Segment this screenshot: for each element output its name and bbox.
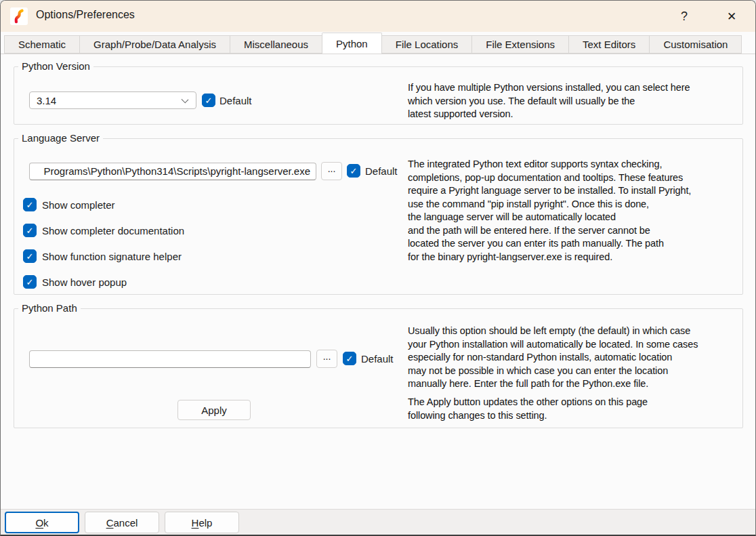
tab-file-locations[interactable]: File Locations (381, 35, 473, 54)
python-path-default-checkbox[interactable]: ✓ (343, 352, 356, 365)
show-completer-documentation-checkbox[interactable]: ✓ (23, 224, 37, 237)
check-icon: ✓ (205, 96, 213, 105)
version-default-label[interactable]: Default (219, 95, 252, 106)
show-function-signature-helper-label[interactable]: Show function signature helper (42, 251, 182, 262)
check-icon: ✓ (346, 354, 354, 363)
tab-text-editors[interactable]: Text Editors (568, 35, 650, 54)
tab-python[interactable]: Python (322, 33, 382, 54)
check-icon: ✓ (26, 278, 34, 287)
tab-miscellaneous[interactable]: Miscellaneous (230, 35, 322, 54)
help-button-mnemonic: H (192, 517, 199, 529)
title-bar: Options/Preferences ? ✕ (1, 1, 755, 32)
python-version-legend: Python Version (18, 60, 93, 72)
ok-button-rest: k (43, 517, 49, 529)
ok-button-mnemonic: O (35, 517, 43, 529)
show-hover-popup-label[interactable]: Show hover popup (42, 276, 127, 288)
language-server-default-checkbox[interactable]: ✓ (347, 164, 360, 178)
python-version-value: 3.14 (37, 95, 56, 106)
tab-file-extensions[interactable]: File Extensions (471, 35, 569, 54)
check-icon: ✓ (26, 226, 34, 235)
version-default-checkbox[interactable]: ✓ (202, 94, 215, 107)
tab-customisation[interactable]: Customisation (649, 35, 742, 54)
tab-schematic[interactable]: Schematic (4, 35, 80, 54)
help-titlebar-button[interactable]: ? (669, 1, 700, 32)
language-server-legend: Language Server (18, 132, 103, 144)
language-server-group: Language Server Programs\Python\Python31… (14, 138, 743, 295)
python-path-legend: Python Path (18, 302, 81, 314)
help-button-rest: elp (198, 517, 212, 529)
ok-button[interactable]: Ok (5, 512, 79, 533)
chevron-down-icon (182, 96, 189, 104)
close-icon[interactable]: ✕ (716, 1, 747, 32)
apply-button[interactable]: Apply (177, 400, 251, 420)
check-icon: ✓ (350, 167, 358, 176)
options-preferences-dialog: Options/Preferences ? ✕ Schematic Graph/… (0, 0, 756, 536)
python-path-apply-note: The Apply button updates the other optio… (408, 396, 648, 422)
python-version-description: If you have multiple Python versions ins… (408, 81, 690, 121)
show-completer-checkbox[interactable]: ✓ (23, 198, 37, 211)
language-server-default-label[interactable]: Default (365, 165, 398, 177)
python-path-browse-button[interactable]: ... (316, 350, 337, 368)
show-completer-documentation-label[interactable]: Show completer documentation (42, 225, 184, 236)
language-server-description: The integrated Python text editor suppor… (408, 158, 691, 264)
tab-bar: Schematic Graph/Probe/Data Analysis Misc… (4, 35, 742, 54)
python-path-description: Usually this option should be left empty… (408, 325, 698, 391)
cancel-button-mnemonic: C (106, 517, 114, 529)
tab-graph-probe-data-analysis[interactable]: Graph/Probe/Data Analysis (79, 35, 230, 54)
cancel-button-rest: ancel (113, 517, 138, 529)
app-logo-icon (10, 7, 28, 25)
show-completer-label[interactable]: Show completer (42, 199, 115, 211)
python-path-group: Python Path ... ✓ Default Apply Usually … (14, 308, 743, 428)
cancel-button[interactable]: Cancel (85, 512, 159, 533)
show-function-signature-helper-checkbox[interactable]: ✓ (23, 249, 37, 263)
python-path-input[interactable] (29, 350, 311, 368)
check-icon: ✓ (26, 201, 34, 209)
show-hover-popup-checkbox[interactable]: ✓ (23, 275, 37, 289)
dialog-button-bar: Ok Cancel Help (1, 509, 755, 536)
python-version-group: Python Version 3.14 ✓ Default If you hav… (14, 66, 743, 125)
window-title: Options/Preferences (36, 9, 135, 21)
simetrix-swoosh-icon (12, 9, 26, 24)
python-version-dropdown[interactable]: 3.14 (29, 91, 196, 109)
language-server-path-input[interactable]: Programs\Python\Python314\Scripts\pyrigh… (29, 163, 316, 180)
check-icon: ✓ (26, 252, 34, 261)
language-server-browse-button[interactable]: ... (321, 162, 342, 180)
python-path-default-label[interactable]: Default (361, 353, 394, 365)
help-button[interactable]: Help (165, 512, 239, 533)
